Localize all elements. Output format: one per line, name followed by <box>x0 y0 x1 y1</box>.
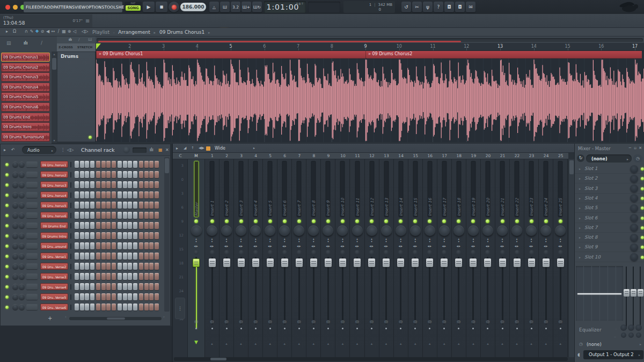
stereo-sep-control[interactable]: ▴▾ <box>481 238 495 243</box>
stereo-knob[interactable] <box>311 250 316 255</box>
mixer-track-led[interactable] <box>239 219 243 223</box>
step-cell[interactable] <box>144 202 149 209</box>
channel-button[interactable]: 09 Dru..Verse1 <box>40 253 68 260</box>
step-cell[interactable] <box>123 171 127 178</box>
pan-knob[interactable] <box>207 225 217 236</box>
channel-group-selector[interactable]: Audio ▸ <box>22 146 56 154</box>
channel-led[interactable] <box>5 265 9 268</box>
channel-pan-knob[interactable] <box>12 274 18 279</box>
mixer-up-icon[interactable]: ↑ <box>191 146 194 150</box>
menu-options[interactable]: OPTIONS <box>86 5 105 10</box>
slot-clock-icon[interactable]: ◷ <box>633 154 642 162</box>
step-cell[interactable] <box>123 304 127 311</box>
stereo-sep-control[interactable]: ▴▾ <box>524 238 538 243</box>
fx-slot-knob[interactable] <box>630 194 638 202</box>
fx-slot-knob[interactable] <box>630 214 638 222</box>
master-route-icon[interactable]: ▼ <box>188 339 204 345</box>
step-cell[interactable] <box>75 304 79 311</box>
play-button[interactable]: ▶ <box>143 2 155 12</box>
step-cell[interactable] <box>106 242 111 249</box>
stereo-knob[interactable] <box>355 250 360 255</box>
step-cell[interactable] <box>133 253 137 260</box>
fx-slot[interactable]: ▸Slot 1 <box>575 164 644 174</box>
lr-balance-control[interactable]: ◂▸ <box>481 244 495 248</box>
lr-balance-control[interactable]: ◂▸ <box>350 244 364 248</box>
step-cell[interactable] <box>133 161 137 168</box>
stretch-mode-bar[interactable]: Z-CROSS STRETCH <box>57 43 96 51</box>
step-cell[interactable] <box>112 191 116 198</box>
channel-display[interactable] <box>26 212 38 218</box>
volume-fader[interactable] <box>296 258 303 267</box>
step-cell[interactable] <box>85 202 89 209</box>
mixer-track[interactable]: Insert 11▴▾◂▸◎▴ <box>350 159 365 357</box>
channel-display[interactable] <box>26 253 38 259</box>
step-cell[interactable] <box>80 181 84 188</box>
stereo-knob[interactable] <box>529 250 534 255</box>
track-record-icon[interactable]: ◎ <box>205 319 219 324</box>
route-arrow-icon[interactable]: ▴ <box>277 342 291 346</box>
mixer-track-led[interactable] <box>341 219 345 223</box>
step-cell[interactable] <box>96 232 100 239</box>
channel-volume-knob[interactable] <box>19 202 25 208</box>
step-cell[interactable] <box>96 212 100 219</box>
lr-balance-control[interactable]: ◂▸ <box>452 244 466 248</box>
pan-knob[interactable] <box>221 225 232 236</box>
mixer-track[interactable]: Insert 23▴▾◂▸◎▴ <box>524 159 539 357</box>
step-cell[interactable] <box>101 304 106 311</box>
pan-knob[interactable] <box>453 225 464 236</box>
step-cell[interactable] <box>85 171 89 178</box>
route-arrow-icon[interactable]: ▴ <box>205 342 219 346</box>
mixer-track-number[interactable]: 22 <box>510 153 524 159</box>
track-record-icon[interactable]: ◎ <box>539 319 553 324</box>
rack-swing-display[interactable] <box>133 147 147 153</box>
channel-led[interactable] <box>5 163 9 166</box>
step-cell[interactable] <box>80 273 84 280</box>
step-cell[interactable] <box>139 191 143 198</box>
stop-button[interactable]: ■ <box>156 2 167 12</box>
step-cell[interactable] <box>85 222 89 229</box>
fx-slot-knob[interactable] <box>630 234 638 242</box>
stereo-sep-control[interactable]: ▴▾ <box>379 238 393 243</box>
mixer-track[interactable]: Insert 13▴▾◂▸◎▴ <box>379 159 394 357</box>
step-cell[interactable] <box>96 304 100 311</box>
mixer-track-number[interactable]: 23 <box>524 153 539 159</box>
step-cell[interactable] <box>139 273 143 280</box>
channel-pan-knob[interactable] <box>12 253 18 259</box>
fx-slot-knob[interactable] <box>630 243 638 252</box>
paint-tool-icon[interactable]: ❖ <box>34 29 40 34</box>
channel-button[interactable]: 09 Dru..Verse4 <box>40 283 68 290</box>
mixer-vscrollbar[interactable] <box>568 159 574 357</box>
step-cell[interactable] <box>149 171 153 178</box>
step-cell[interactable] <box>139 181 143 188</box>
volume-fader[interactable] <box>238 258 245 267</box>
mixer-layout-value[interactable]: Wide <box>215 146 225 151</box>
step-cell[interactable] <box>155 253 159 260</box>
step-cell[interactable] <box>96 161 100 168</box>
step-cell[interactable] <box>75 273 79 280</box>
magnet-icon[interactable]: ∩ <box>24 29 29 34</box>
channel-volume-knob[interactable] <box>19 274 25 279</box>
step-cell[interactable] <box>155 293 159 300</box>
step-cell[interactable] <box>149 212 153 219</box>
mixer-track[interactable]: Insert 22▴▾◂▸◎▴ <box>510 159 524 357</box>
track-record-icon[interactable]: ◎ <box>452 319 466 324</box>
mixer-hscrollbar[interactable] <box>174 357 568 361</box>
mixer-track-number[interactable]: 14 <box>394 153 408 159</box>
step-cell[interactable] <box>149 202 153 209</box>
step-cell[interactable] <box>155 171 159 178</box>
step-cell[interactable] <box>149 304 153 311</box>
stereo-knob[interactable] <box>427 250 432 255</box>
step-cell[interactable] <box>144 293 149 300</box>
channel-display[interactable] <box>26 304 38 310</box>
step-cell[interactable] <box>155 263 159 270</box>
step-cell[interactable] <box>75 222 79 229</box>
step-cell[interactable] <box>149 232 153 239</box>
step-cell[interactable] <box>106 202 111 209</box>
channel-led[interactable] <box>5 255 9 258</box>
step-cell[interactable] <box>96 263 100 270</box>
step-cell[interactable] <box>75 212 79 219</box>
channel-pan-knob[interactable] <box>12 161 18 167</box>
step-cell[interactable] <box>155 304 159 311</box>
loop-recording-icon[interactable]: Ш↻ <box>252 2 262 12</box>
tempo-display[interactable]: 186.000 <box>180 3 206 11</box>
